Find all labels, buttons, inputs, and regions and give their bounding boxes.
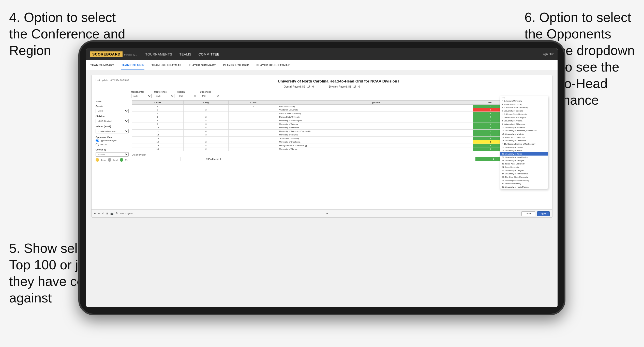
opponent-dropdown[interactable]: (All)2. Auburn University3. Vanderbilt U… — [500, 96, 548, 189]
cell-rank: 13 — [132, 137, 184, 140]
dropdown-item[interactable]: 25. University of Oregon — [500, 169, 548, 172]
cell-reg: 1 — [183, 112, 228, 115]
subnav-player-h2h-grid[interactable]: PLAYER H2H GRID — [223, 61, 249, 69]
radio-opponents-played[interactable]: Opponents Played — [96, 139, 129, 142]
division-field: Division NCAA Division I — [96, 115, 129, 123]
school-label: School (Rank) — [96, 125, 129, 128]
sign-out-link[interactable]: Sign Out — [542, 52, 553, 56]
opponent-select[interactable]: (All) — [200, 94, 220, 98]
width-indicator: W — [326, 212, 328, 215]
school-select[interactable]: 1. University of Nort... — [96, 129, 129, 133]
conference-label: Conference — [154, 91, 174, 93]
cell-opponent: University of Alabama — [278, 126, 473, 130]
dropdown-item[interactable]: 29. San Diego State University — [500, 179, 548, 182]
dropdown-item[interactable]: 5. University of Georgia — [500, 109, 548, 113]
dropdown-item[interactable]: 8. University of Arizona — [500, 119, 548, 122]
table-row: 6 2 Florida State University 4 2 — [132, 115, 548, 119]
dropdown-item[interactable]: 30. Purdue University — [500, 182, 548, 185]
dropdown-item[interactable]: 11. University of Arkansas, Fayetteville — [500, 129, 548, 132]
dropdown-item[interactable]: 2. Auburn University — [500, 99, 548, 103]
radio-top100[interactable]: Top 100 — [96, 143, 129, 146]
nav-links: TOURNAMENTS TEAMS COMMITTEE — [145, 52, 534, 56]
subnav-team-h2h-grid[interactable]: TEAM H2H GRID — [121, 61, 144, 70]
undo-icon[interactable]: ↩ — [94, 212, 96, 215]
table-row: 9 3 University of Arizona 1 0 — [132, 122, 548, 126]
cell-reg: 1 — [183, 105, 228, 108]
conference-select[interactable]: (All) — [154, 94, 174, 98]
dropdown-item[interactable]: 10. University of Alabama — [500, 126, 548, 129]
dropdown-item[interactable]: 17. University of Illinois — [500, 149, 548, 152]
cell-conf — [229, 126, 278, 130]
dropdown-item[interactable]: 24. Duke University — [500, 165, 548, 169]
subnav-player-summary[interactable]: PLAYER SUMMARY — [189, 61, 216, 69]
region-select[interactable]: (All) — [177, 94, 197, 98]
opponent-view: Opponent View Opponents Played Top 100 — [96, 136, 129, 146]
dropdown-item[interactable]: 4. Arizona State University — [500, 106, 548, 109]
dropdown-item[interactable]: 31. University of North Florida — [500, 185, 548, 189]
results-table: # Rank # Reg # Conf Opponent Win Loss 2 — [132, 100, 548, 151]
subnav-team-summary[interactable]: TEAM SUMMARY — [90, 61, 114, 69]
reset-icon[interactable]: ↺ — [102, 212, 104, 215]
dropdown-item[interactable]: 15. Georgia Institute of Technology — [500, 142, 548, 146]
colour-by-select[interactable]: Win/loss — [96, 152, 129, 157]
table-row: 10 5 University of Alabama 3 0 — [132, 126, 548, 130]
cell-conf — [229, 147, 278, 151]
dropdown-item[interactable]: 20. University of Texas — [500, 152, 548, 156]
cell-opponent: Vanderbilt University — [278, 108, 473, 112]
nav-committee[interactable]: COMMITTEE — [199, 52, 220, 56]
dropdown-item[interactable]: 22. University of Georgia — [500, 159, 548, 162]
cell-rank: 10 — [132, 126, 184, 130]
subnav-team-h2h-heatmap[interactable]: TEAM H2H HEATMAP — [152, 61, 182, 69]
dropdown-item[interactable]: 14. University of Oklahoma — [500, 139, 548, 142]
out-of-division-row: NCAA Division II 1 0 — [132, 157, 548, 161]
out-of-division-body: NCAA Division II 1 0 — [132, 157, 548, 161]
dropdown-item[interactable]: 27. University of Notre Dame — [500, 172, 548, 175]
gender-select[interactable]: Men's — [96, 109, 129, 113]
cell-reg: 4 — [183, 144, 228, 147]
subnav-player-h2h-heatmap[interactable]: PLAYER H2H HEATMAP — [257, 61, 290, 69]
redo-icon[interactable]: ↪ — [98, 212, 100, 215]
dropdown-item[interactable]: (All) — [500, 96, 548, 99]
cell-reg: 2 — [183, 147, 228, 151]
cell-conf — [229, 144, 278, 147]
main-content: Last Updated: 4/7/2024 16:55:38 Universi… — [86, 70, 558, 307]
apply-button[interactable]: Apply — [537, 211, 550, 216]
opponents-select[interactable]: (All) — [131, 94, 152, 98]
dropdown-item[interactable]: 28. The Ohio State University — [500, 175, 548, 179]
camera-icon[interactable]: 📷 — [110, 212, 113, 215]
gender-label: Gender — [96, 105, 129, 107]
radio-top100-input[interactable] — [96, 143, 99, 146]
filters-row: Opponents: (All) Conference (All) Region — [131, 91, 548, 98]
cell-opponent: Texas Tech University — [278, 137, 473, 140]
cell-opponent: University of Florida — [278, 147, 473, 151]
region-label: Region — [177, 91, 197, 93]
table-row: 3 2 Vanderbilt University 0 4 — [132, 108, 548, 112]
dropdown-item[interactable]: 3. Vanderbilt University — [500, 103, 548, 106]
col-rank: # Rank — [132, 101, 184, 105]
tablet-screen: SCOREBOARD Powered by ... TOURNAMENTS TE… — [86, 48, 558, 307]
cell-conf — [181, 157, 205, 161]
cell-reg: 3 — [183, 122, 228, 126]
nav-teams[interactable]: TEAMS — [179, 52, 191, 56]
dropdown-item[interactable]: 16. University of Florida — [500, 146, 548, 149]
cell-rank: 16 — [132, 147, 184, 151]
dropdown-item[interactable]: 7. University of Washington — [500, 116, 548, 119]
table-row: 12 3 University of Virginia 1 0 — [132, 133, 548, 137]
dropdown-item[interactable]: 9. University of Oklahoma — [500, 122, 548, 126]
radio-opponents-played-input[interactable] — [96, 139, 99, 142]
zoom-icon[interactable]: ⏱ — [115, 212, 118, 215]
table-body: 2 1 1 Auburn University 2 1 3 2 Vanderbi… — [132, 105, 548, 151]
dropdown-item[interactable]: 6. Florida State University — [500, 113, 548, 116]
fit-icon[interactable]: ⊞ — [106, 212, 108, 215]
conference-filter: Conference (All) — [154, 91, 174, 98]
division-select[interactable]: NCAA Division I — [96, 119, 129, 123]
cancel-button[interactable]: Cancel — [521, 211, 535, 216]
out-of-division-table: NCAA Division II 1 0 — [132, 157, 548, 161]
dropdown-item[interactable]: 23. Texas A&M University — [500, 162, 548, 165]
nav-tournaments[interactable]: TOURNAMENTS — [145, 52, 172, 56]
cell-opponent: University of Arkansas, Fayetteville — [278, 130, 473, 133]
dropdown-item[interactable]: 12. University of Virginia — [500, 132, 548, 136]
out-of-division-label: Out of division — [132, 154, 548, 156]
dropdown-item[interactable]: 13. Texas Tech University — [500, 136, 548, 139]
dropdown-item[interactable]: 21. University of New Mexico — [500, 156, 548, 159]
